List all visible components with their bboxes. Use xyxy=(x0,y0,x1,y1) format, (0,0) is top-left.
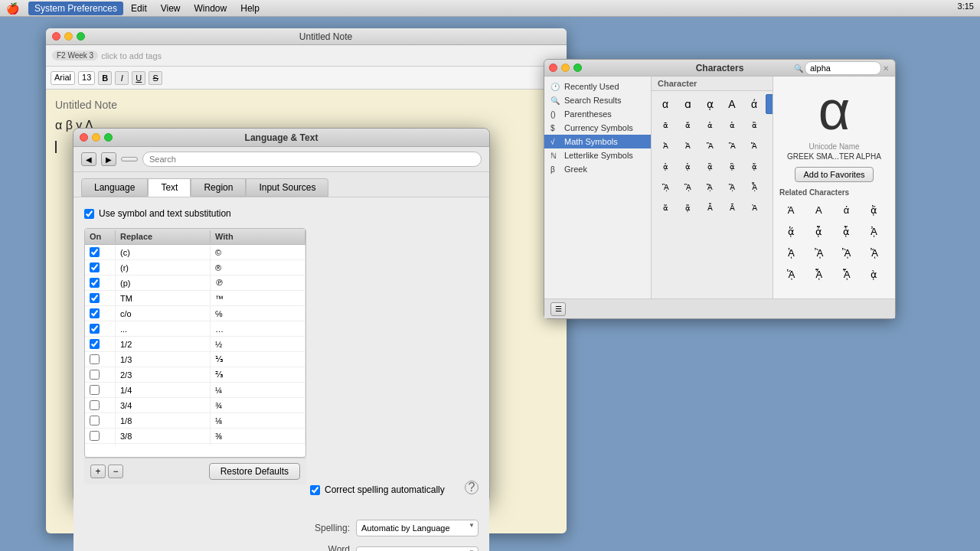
char-cell[interactable]: ἃ xyxy=(766,115,773,135)
char-cell[interactable]: Ά xyxy=(766,197,773,217)
menubar-edit[interactable]: Edit xyxy=(125,2,153,15)
related-cell[interactable]: ᾆ xyxy=(807,221,830,241)
char-cell[interactable]: ɑ xyxy=(677,94,698,114)
use-substitution-checkbox[interactable] xyxy=(84,209,94,219)
word-break-select[interactable]: Standard xyxy=(356,546,479,551)
sidebar-item-search-results[interactable]: 🔍 Search Results xyxy=(544,93,651,107)
related-cell[interactable]: Ά xyxy=(779,200,802,220)
sidebar-item-letterlike[interactable]: ℕ Letterlike Symbols xyxy=(544,148,651,162)
char-cell[interactable]: ᾳ xyxy=(699,94,720,114)
lang-forward-button[interactable]: ▶ xyxy=(101,152,116,166)
char-cell[interactable]: ᾶ xyxy=(655,197,676,217)
lang-back-button[interactable]: ◀ xyxy=(81,152,96,166)
italic-button[interactable]: I xyxy=(115,71,129,85)
related-cell[interactable]: ά xyxy=(835,200,858,220)
lang-minimize-button[interactable] xyxy=(92,133,100,142)
char-cell[interactable]: α xyxy=(655,94,676,114)
char-cell[interactable]: ᾏ xyxy=(766,177,773,197)
related-cell[interactable]: ᾲ xyxy=(863,264,886,284)
related-cell[interactable]: ᾍ xyxy=(779,264,802,284)
char-cell[interactable]: Ἀ xyxy=(655,135,676,155)
char-cell[interactable]: ᾌ xyxy=(699,177,720,197)
tab-input-sources[interactable]: Input Sources xyxy=(246,178,328,197)
char-cell[interactable]: Ἂ xyxy=(699,135,720,155)
related-cell[interactable]: ᾎ xyxy=(807,264,830,284)
related-cell[interactable]: ᾉ xyxy=(779,243,802,262)
chars-close-button[interactable] xyxy=(549,64,557,72)
related-cell[interactable]: ᾅ xyxy=(779,221,802,241)
chars-zoom-button[interactable] xyxy=(573,64,582,72)
char-cell[interactable]: ᾁ xyxy=(677,156,698,176)
char-cell[interactable]: ᾰ xyxy=(677,115,698,135)
char-cell[interactable]: Ἃ xyxy=(721,135,743,155)
sidebar-item-greek[interactable]: β Greek xyxy=(544,162,651,176)
related-cell[interactable]: ᾇ xyxy=(835,221,858,241)
sidebar-item-math[interactable]: √ Math Symbols xyxy=(544,135,651,148)
char-cell[interactable]: Ἁ xyxy=(677,135,698,155)
related-cell[interactable]: ᾋ xyxy=(835,243,858,262)
chars-view-toggle[interactable]: ☰ xyxy=(550,302,566,316)
menubar-view[interactable]: View xyxy=(155,2,187,15)
char-cell[interactable]: ᾎ xyxy=(743,177,765,197)
lang-close-button[interactable] xyxy=(80,133,88,142)
restore-defaults-button[interactable]: Restore Defaults xyxy=(209,463,300,480)
char-cell[interactable]: ά xyxy=(743,94,765,114)
note-minimize-button[interactable] xyxy=(64,32,73,41)
char-cell[interactable]: Ἅ xyxy=(766,135,773,155)
note-close-button[interactable] xyxy=(52,32,60,41)
menubar-system-preferences[interactable]: System Preferences xyxy=(28,2,123,15)
char-cell-selected[interactable]: α xyxy=(766,94,773,114)
char-cell[interactable]: ᾄ xyxy=(743,156,765,176)
sidebar-item-currency[interactable]: $ Currency Symbols xyxy=(544,121,651,135)
note-add-tags[interactable]: click to add tags xyxy=(101,51,162,60)
related-cell[interactable]: Α xyxy=(807,200,830,220)
char-cell[interactable]: ᾀ xyxy=(655,156,676,176)
apple-menu-icon[interactable]: 🍎 xyxy=(6,2,19,15)
font-size-select[interactable]: 13 xyxy=(78,71,95,85)
char-cell[interactable]: ᾱ xyxy=(655,115,676,135)
tab-language[interactable]: Language xyxy=(81,178,148,197)
bold-button[interactable]: B xyxy=(98,71,112,85)
add-to-favorites-button[interactable]: Add to Favorites xyxy=(795,167,873,182)
lang-show-all-button[interactable] xyxy=(121,157,138,161)
lang-zoom-button[interactable] xyxy=(104,133,113,142)
char-cell[interactable]: Ᾱ xyxy=(721,197,743,217)
char-cell[interactable]: Ὰ xyxy=(743,197,765,217)
underline-button[interactable]: U xyxy=(132,71,145,85)
char-cell[interactable]: ᾊ xyxy=(655,177,676,197)
sidebar-item-parentheses[interactable]: () Parentheses xyxy=(544,107,651,121)
related-cell[interactable]: ᾏ xyxy=(835,264,858,284)
char-cell[interactable]: ᾍ xyxy=(721,177,743,197)
char-cell[interactable]: ᾃ xyxy=(721,156,743,176)
char-cell[interactable]: ἀ xyxy=(699,115,720,135)
remove-row-button[interactable]: − xyxy=(108,465,123,478)
correct-spelling-checkbox[interactable] xyxy=(310,485,320,495)
char-cell[interactable]: Ἄ xyxy=(743,135,765,155)
menubar-window[interactable]: Window xyxy=(188,2,234,15)
char-cell[interactable]: ᾅ xyxy=(766,156,773,176)
char-cell[interactable]: Α xyxy=(721,94,743,114)
lang-search-input[interactable] xyxy=(142,152,482,167)
related-cell[interactable]: ᾊ xyxy=(807,243,830,262)
char-cell[interactable]: ᾂ xyxy=(699,156,720,176)
related-cell[interactable]: ᾈ xyxy=(863,221,886,241)
menubar-help[interactable]: Help xyxy=(234,2,266,15)
font-select[interactable]: Arial xyxy=(51,71,75,85)
chars-search-clear[interactable]: ✕ xyxy=(883,64,889,73)
char-cell[interactable]: ᾷ xyxy=(677,197,698,217)
tab-region[interactable]: Region xyxy=(191,178,246,197)
char-cell[interactable]: ἁ xyxy=(721,115,743,135)
char-cell[interactable]: Ᾰ xyxy=(699,197,720,217)
help-button[interactable]: ? xyxy=(465,481,479,494)
related-cell[interactable]: ᾄ xyxy=(863,200,886,220)
spelling-select[interactable]: Automatic by Language xyxy=(356,520,479,536)
chars-search-input[interactable] xyxy=(805,61,881,75)
char-cell[interactable]: ἂ xyxy=(743,115,765,135)
note-zoom-button[interactable] xyxy=(77,32,85,41)
note-tag[interactable]: F2 Week 3 xyxy=(52,51,98,60)
char-cell[interactable]: ᾋ xyxy=(677,177,698,197)
chars-minimize-button[interactable] xyxy=(561,64,570,72)
related-cell[interactable]: ᾌ xyxy=(863,243,886,262)
add-row-button[interactable]: + xyxy=(90,465,106,478)
sidebar-item-recently-used[interactable]: 🕐 Recently Used xyxy=(544,80,651,93)
